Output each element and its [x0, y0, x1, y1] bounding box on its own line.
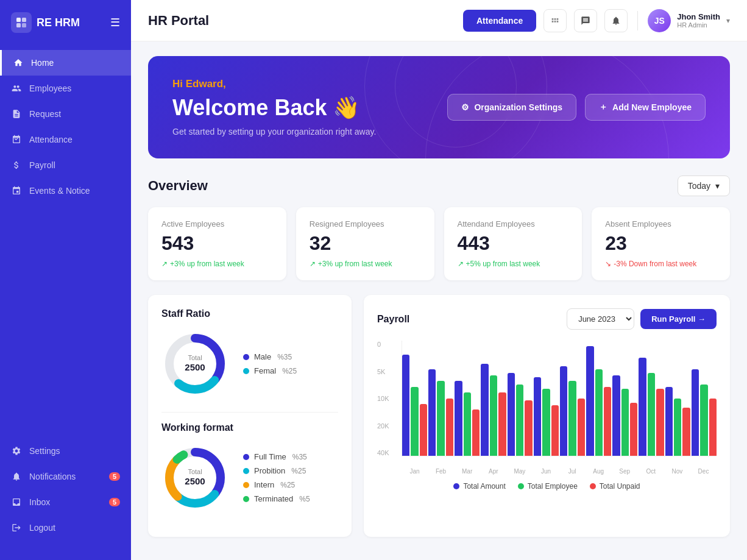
stat-label: Absent Employees	[605, 219, 717, 229]
svg-rect-2	[16, 23, 21, 27]
stat-value: 443	[458, 232, 569, 255]
stat-resigned-employees: Resigned Employees 32 ↗ +3% up from last…	[296, 207, 434, 280]
chart-bar	[542, 389, 550, 456]
bell-icon	[11, 471, 22, 482]
apps-icon-btn[interactable]	[543, 9, 567, 32]
sidebar: RE HRM ☰ Home Employees Request	[0, 0, 131, 560]
sidebar-item-notifications[interactable]: Notifications 5	[0, 464, 131, 489]
chevron-down-period-icon: ▾	[715, 181, 720, 191]
stat-value: 543	[161, 232, 273, 255]
sidebar-item-attendance[interactable]: Attendance	[0, 127, 131, 152]
stat-absent-employees: Absent Employees 23 ↘ -3% Down from last…	[592, 207, 730, 280]
sidebar-logout[interactable]: Logout	[0, 515, 131, 541]
header-divider	[637, 11, 638, 30]
sidebar-item-payroll[interactable]: Payroll	[0, 152, 131, 178]
fulltime-dot	[243, 454, 249, 460]
staff-ratio-legend: Male %35 Femal %25	[243, 352, 297, 375]
payroll-controls: June 2023 Run Payroll →	[567, 308, 717, 330]
sidebar-item-home[interactable]: Home	[0, 50, 131, 76]
chart-x-label: Sep	[612, 468, 638, 475]
user-profile[interactable]: JS Jhon Smith HR Admin ▾	[648, 9, 730, 32]
chart-bar	[525, 400, 532, 456]
male-dot	[243, 354, 249, 360]
page-title: HR Portal	[148, 13, 463, 29]
hamburger-icon[interactable]: ☰	[110, 16, 120, 29]
chart-month-group	[481, 341, 506, 456]
chart-bar	[568, 381, 576, 456]
attendance-button[interactable]: Attendance	[463, 10, 536, 32]
staff-ratio-chart: Total 2500 Male %35	[161, 330, 338, 397]
chart-bar	[446, 399, 453, 456]
user-info: Jhon Smith HR Admin	[677, 12, 720, 29]
svg-rect-0	[16, 18, 21, 22]
month-dropdown[interactable]: June 2023	[567, 308, 634, 330]
sidebar-item-settings[interactable]: Settings	[0, 438, 131, 464]
banner-welcome: Welcome Back 👋	[172, 95, 376, 121]
payroll-title: Payroll	[377, 314, 409, 325]
working-format-title: Working format	[161, 422, 338, 433]
chart-bar	[498, 392, 506, 456]
chart-bar	[411, 387, 418, 456]
logo: RE HRM	[11, 12, 80, 33]
period-dropdown[interactable]: Today ▾	[678, 175, 730, 196]
chart-month-group	[586, 341, 611, 456]
stats-grid: Active Employees 543 ↗ +3% up from last …	[148, 207, 730, 280]
file-icon	[11, 108, 22, 119]
avatar: JS	[648, 9, 671, 32]
sidebar-item-employees[interactable]: Employees	[0, 76, 131, 101]
notification-bell-btn[interactable]	[604, 9, 628, 32]
payroll-header: Payroll June 2023 Run Payroll →	[377, 308, 717, 330]
chart-bar	[656, 389, 664, 456]
logo-text: RE HRM	[37, 16, 80, 29]
stat-label: Active Employees	[161, 219, 273, 229]
chart-bar	[692, 369, 699, 456]
sidebar-item-attendance-label: Attendance	[29, 135, 73, 144]
chart-bar	[586, 346, 593, 456]
chart-bar	[464, 392, 471, 456]
chart-bar	[604, 387, 611, 456]
sidebar-item-inbox[interactable]: Inbox 5	[0, 489, 131, 515]
stat-value: 23	[605, 232, 717, 255]
stat-value: 32	[310, 232, 421, 255]
sidebar-item-home-label: Home	[31, 58, 54, 68]
bottom-grid: Staff Ratio	[148, 295, 730, 537]
sidebar-item-request[interactable]: Request	[0, 101, 131, 127]
legend-intern: Intern %25	[243, 480, 310, 489]
chart-bar	[428, 369, 436, 456]
chart-month-group	[665, 341, 690, 456]
chart-x-label: May	[506, 468, 533, 475]
female-dot	[243, 368, 249, 374]
header-actions: Attendance JS Jhon Smith HR Admin ▾	[463, 9, 730, 32]
org-settings-button[interactable]: ⚙ Organization Settings	[447, 94, 576, 121]
left-panel: Staff Ratio	[148, 295, 352, 537]
run-payroll-button[interactable]: Run Payroll →	[640, 309, 717, 329]
chart-bar	[648, 373, 655, 456]
inbox-badge: 5	[109, 498, 120, 506]
logout-icon	[11, 522, 22, 533]
chart-month-group	[560, 341, 585, 456]
legend-female: Femal %25	[243, 366, 297, 375]
chart-x-label: Dec	[690, 468, 717, 475]
overview-title: Overview	[148, 178, 208, 194]
add-employee-button[interactable]: ＋ Add New Employee	[585, 94, 706, 121]
user-role: HR Admin	[677, 21, 720, 29]
chat-icon-btn[interactable]	[574, 9, 597, 32]
sidebar-item-employees-label: Employees	[29, 83, 71, 93]
terminated-dot	[243, 496, 249, 502]
sidebar-item-settings-label: Settings	[29, 446, 60, 456]
working-format-total: Total 2500	[185, 468, 205, 487]
chart-legend: Total Amount Total Employee Total Unpaid	[377, 482, 717, 491]
chart-x-labels: JanFebMarAprMayJunJulAugSepOctNovDec	[402, 468, 717, 475]
header: HR Portal Attendance JS Jhon Smith HR Ad…	[131, 0, 747, 41]
chart-month-group	[639, 341, 664, 456]
chart-bar	[472, 409, 480, 456]
chart-month-group	[692, 341, 717, 456]
chart-bar	[709, 399, 717, 456]
sidebar-item-payroll-label: Payroll	[29, 160, 55, 170]
chart-bar	[490, 375, 497, 456]
chevron-down-icon: ▾	[726, 16, 730, 25]
legend-fulltime: Full Time %35	[243, 452, 310, 461]
calendar-check-icon	[11, 134, 22, 145]
overview-header: Overview Today ▾	[148, 175, 730, 196]
sidebar-item-events[interactable]: Events & Notice	[0, 178, 131, 204]
